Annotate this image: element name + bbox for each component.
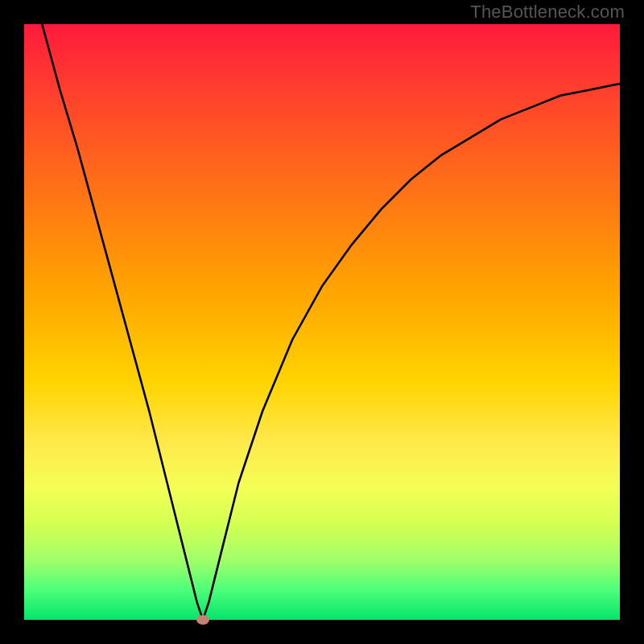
minimum-marker-dot	[196, 615, 209, 625]
chart-plot-area	[24, 24, 620, 620]
curve-line	[24, 0, 620, 620]
watermark-text: TheBottleneck.com	[470, 2, 625, 23]
bottleneck-curve	[24, 24, 620, 620]
